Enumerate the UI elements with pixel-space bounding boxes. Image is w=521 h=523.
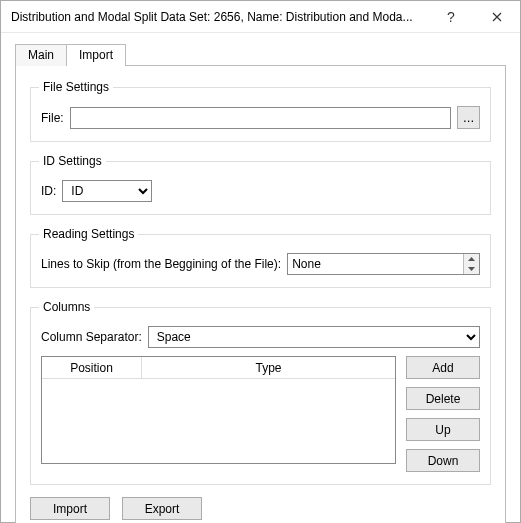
close-icon[interactable] (474, 2, 520, 32)
spinner-up-button[interactable] (464, 254, 479, 264)
content-area: Main Import File Settings File: ... ID S… (1, 33, 520, 523)
add-button[interactable]: Add (406, 356, 480, 379)
help-icon[interactable]: ? (428, 2, 474, 32)
group-columns-legend: Columns (39, 300, 94, 314)
spinner-buttons (463, 254, 479, 274)
tab-panel-import: File Settings File: ... ID Settings ID: … (15, 65, 506, 523)
column-separator-select[interactable]: Space (148, 326, 480, 348)
tabstrip: Main Import (15, 43, 506, 65)
group-reading-settings-legend: Reading Settings (39, 227, 138, 241)
columns-side-buttons: Add Delete Up Down (406, 356, 480, 472)
browse-button[interactable]: ... (457, 106, 480, 129)
ellipsis-icon: ... (463, 110, 474, 125)
import-button[interactable]: Import (30, 497, 110, 520)
titlebar: Distribution and Modal Split Data Set: 2… (1, 1, 520, 33)
id-select[interactable]: ID (62, 180, 152, 202)
group-id-settings: ID Settings ID: ID (30, 154, 491, 215)
dialog-window: Distribution and Modal Split Data Set: 2… (0, 0, 521, 523)
file-input[interactable] (70, 107, 452, 129)
columns-table-body (42, 379, 395, 463)
group-reading-settings: Reading Settings Lines to Skip (from the… (30, 227, 491, 288)
tab-import[interactable]: Import (66, 44, 126, 66)
tab-main[interactable]: Main (15, 44, 67, 66)
delete-button[interactable]: Delete (406, 387, 480, 410)
column-separator-label: Column Separator: (41, 330, 142, 344)
window-title: Distribution and Modal Split Data Set: 2… (11, 10, 428, 24)
id-label: ID: (41, 184, 56, 198)
columns-table[interactable]: Position Type (41, 356, 396, 464)
lines-to-skip-value: None (288, 254, 463, 274)
file-label: File: (41, 111, 64, 125)
down-button[interactable]: Down (406, 449, 480, 472)
spinner-down-button[interactable] (464, 264, 479, 274)
import-export-row: Import Export (30, 497, 491, 520)
up-button[interactable]: Up (406, 418, 480, 441)
group-id-settings-legend: ID Settings (39, 154, 106, 168)
export-button[interactable]: Export (122, 497, 202, 520)
group-file-settings-legend: File Settings (39, 80, 113, 94)
lines-to-skip-label: Lines to Skip (from the Beggining of the… (41, 257, 281, 271)
columns-table-header: Position Type (42, 357, 395, 379)
columns-th-position[interactable]: Position (42, 357, 142, 378)
group-file-settings: File Settings File: ... (30, 80, 491, 142)
group-columns: Columns Column Separator: Space Position… (30, 300, 491, 485)
columns-th-type[interactable]: Type (142, 357, 395, 378)
lines-to-skip-spinner[interactable]: None (287, 253, 480, 275)
